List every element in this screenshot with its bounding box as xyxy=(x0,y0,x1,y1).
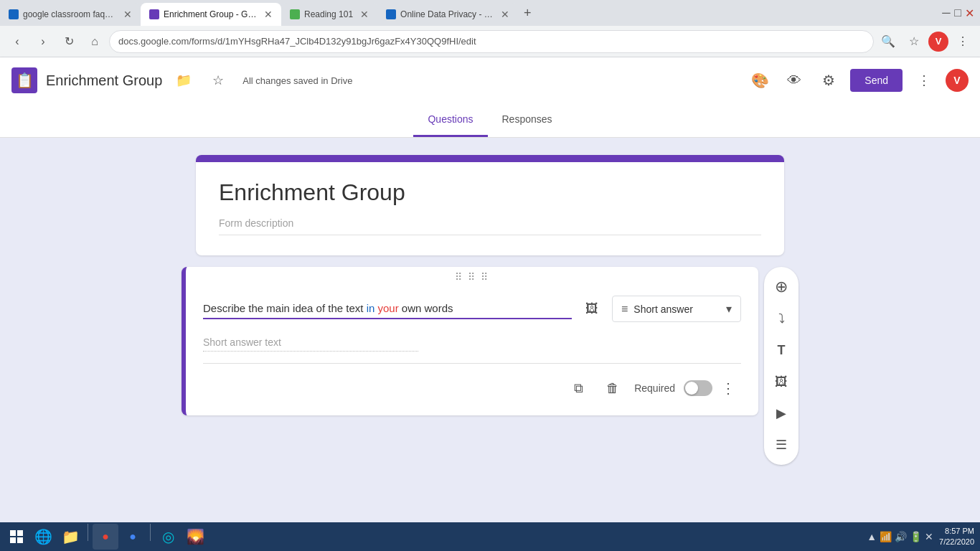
taskbar-icons: 🌐 📁 ● ● ◎ 🌄 xyxy=(30,524,208,550)
network-icon: 📶 xyxy=(880,531,892,542)
browser-tab-4[interactable]: Online Data Privacy - Google Sa... ✕ xyxy=(377,3,518,26)
address-text: docs.google.com/forms/d/1mYHsgRHa47_JClb… xyxy=(118,36,476,47)
tab-favicon-2 xyxy=(149,9,159,19)
svg-rect-2 xyxy=(10,537,16,543)
folder-icon[interactable]: 📁 xyxy=(171,67,197,93)
answer-type-label: Short answer xyxy=(633,303,720,315)
tab-close-3[interactable]: ✕ xyxy=(360,9,369,20)
form-title-card: Enrichment Group Form description xyxy=(196,155,784,255)
duplicate-icon[interactable]: ⧉ xyxy=(565,375,591,401)
notifications-icon: ✕ xyxy=(925,531,933,542)
close-button[interactable]: ✕ xyxy=(964,8,974,18)
star-icon[interactable]: ☆ xyxy=(205,67,231,93)
question-footer: ⧉ 🗑 Required ⋮ xyxy=(203,369,741,407)
taskbar-app2-icon[interactable]: 🌄 xyxy=(182,524,208,550)
send-button[interactable]: Send xyxy=(850,69,903,92)
add-section-button[interactable]: ☰ xyxy=(767,430,796,459)
start-button[interactable] xyxy=(6,526,27,547)
app-header: 📋 Enrichment Group 📁 ☆ All changes saved… xyxy=(0,57,980,103)
svg-rect-0 xyxy=(10,530,16,536)
answer-type-dropdown[interactable]: ≡ Short answer ▾ xyxy=(612,296,741,322)
app-logo: 📋 xyxy=(11,67,37,93)
volume-icon: 🔊 xyxy=(895,531,907,542)
form-tabs: Questions Responses xyxy=(0,103,980,138)
header-more-icon[interactable]: ⋮ xyxy=(911,67,937,93)
forward-button[interactable]: › xyxy=(32,30,55,53)
settings-icon[interactable]: ⚙ xyxy=(816,67,842,93)
question-more-icon[interactable]: ⋮ xyxy=(721,380,735,397)
short-answer-icon: ≡ xyxy=(621,303,628,316)
app-logo-icon: 📋 xyxy=(16,72,34,89)
browser-tab-2[interactable]: Enrichment Group - Google Form ✕ xyxy=(141,3,281,26)
tab-favicon-4 xyxy=(386,9,396,19)
user-avatar-header[interactable]: V xyxy=(928,32,948,52)
answer-placeholder-text: Short answer text xyxy=(203,334,418,352)
sidebar-tools: ⊕ ⤵ T 🖼 ▶ ☰ xyxy=(764,267,798,465)
image-insert-button[interactable]: 🖼 xyxy=(580,298,603,321)
taskbar-app1-icon[interactable]: ◎ xyxy=(155,524,181,550)
toggle-knob xyxy=(685,382,698,395)
tab-responses[interactable]: Responses xyxy=(488,103,567,137)
svg-rect-3 xyxy=(17,537,23,543)
tab-title-1: google classroom faqs article.dc xyxy=(23,9,116,19)
user-avatar[interactable]: V xyxy=(946,69,969,92)
save-status: All changes saved in Drive xyxy=(242,75,352,86)
taskbar-divider-2 xyxy=(150,524,151,541)
question-divider xyxy=(203,363,741,364)
app-title: Enrichment Group xyxy=(46,72,162,89)
tab-title-4: Online Data Privacy - Google Sa... xyxy=(400,9,494,19)
browser-menu-icon[interactable]: ⋮ xyxy=(951,30,974,53)
refresh-button[interactable]: ↻ xyxy=(57,30,80,53)
arrow-up-icon[interactable]: ▲ xyxy=(867,531,877,542)
taskbar-system-tray: ▲ 📶 🔊 🔋 ✕ 8:57 PM 7/22/2020 xyxy=(867,526,974,548)
tab-title-3: Reading 101 xyxy=(304,9,353,19)
main-content: Enrichment Group Form description ⠿ ⠿ ⠿ … xyxy=(0,138,980,482)
taskbar-files-icon[interactable]: 📁 xyxy=(57,524,83,550)
battery-icon: 🔋 xyxy=(910,531,922,542)
taskbar-ie-icon[interactable]: 🌐 xyxy=(30,524,56,550)
delete-icon[interactable]: 🗑 xyxy=(600,375,626,401)
maximize-button[interactable]: □ xyxy=(953,8,963,18)
tab-favicon-3 xyxy=(290,9,300,19)
home-button[interactable]: ⌂ xyxy=(83,30,106,53)
tab-close-1[interactable]: ✕ xyxy=(123,9,132,20)
taskbar-chrome-1-icon[interactable]: ● xyxy=(93,524,118,550)
add-image-button[interactable]: 🖼 xyxy=(767,367,796,396)
taskbar-chrome-2-icon[interactable]: ● xyxy=(120,524,146,550)
tab-favicon-1 xyxy=(9,9,19,19)
question-text-field[interactable]: Describe the main idea of the text in yo… xyxy=(203,299,572,319)
search-icon[interactable]: 🔍 xyxy=(877,30,900,53)
time-text: 8:57 PM xyxy=(939,526,974,537)
import-questions-button[interactable]: ⤵ xyxy=(767,304,796,333)
minimize-button[interactable]: ─ xyxy=(941,8,951,18)
address-bar[interactable]: docs.google.com/forms/d/1mYHsgRHa47_JClb… xyxy=(109,30,874,53)
required-label: Required xyxy=(634,382,675,394)
taskbar-time[interactable]: 8:57 PM 7/22/2020 xyxy=(939,526,974,548)
bookmark-icon[interactable]: ☆ xyxy=(903,30,925,53)
preview-icon[interactable]: 👁 xyxy=(781,67,807,93)
taskbar: 🌐 📁 ● ● ◎ 🌄 ▲ 📶 🔊 🔋 ✕ 8:57 PM 7/22/2020 xyxy=(0,522,980,551)
add-title-button[interactable]: T xyxy=(767,336,796,364)
question-section: ⠿ ⠿ ⠿ Describe the main idea of the text… xyxy=(182,267,798,465)
svg-rect-1 xyxy=(17,530,23,536)
required-toggle[interactable] xyxy=(684,380,712,396)
tab-close-2[interactable]: ✕ xyxy=(264,9,273,20)
browser-tab-1[interactable]: google classroom faqs article.dc ✕ xyxy=(0,3,141,26)
tab-title-2: Enrichment Group - Google Form xyxy=(164,9,257,19)
form-title[interactable]: Enrichment Group xyxy=(219,179,761,206)
question-card: ⠿ ⠿ ⠿ Describe the main idea of the text… xyxy=(182,267,758,415)
tab-close-4[interactable]: ✕ xyxy=(501,9,509,20)
form-description[interactable]: Form description xyxy=(219,217,761,235)
add-video-button[interactable]: ▶ xyxy=(767,399,796,428)
add-question-button[interactable]: ⊕ xyxy=(767,273,796,301)
tab-questions[interactable]: Questions xyxy=(413,103,487,137)
back-button[interactable]: ‹ xyxy=(6,30,29,53)
date-text: 7/22/2020 xyxy=(939,537,974,547)
taskbar-divider xyxy=(88,524,88,541)
browser-tab-3[interactable]: Reading 101 ✕ xyxy=(281,3,377,26)
drag-handle[interactable]: ⠿ ⠿ ⠿ xyxy=(186,267,758,284)
palette-icon[interactable]: 🎨 xyxy=(747,67,773,93)
new-tab-button[interactable]: + xyxy=(518,6,537,21)
question-text: Describe the main idea of the text in yo… xyxy=(203,302,453,314)
dropdown-arrow-icon: ▾ xyxy=(726,302,732,316)
